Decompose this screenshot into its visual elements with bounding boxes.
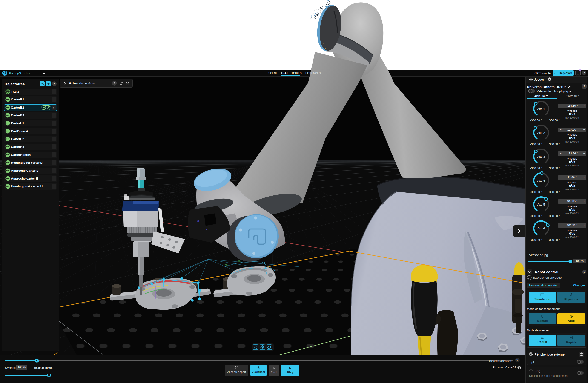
svg-text:Axe 4: Axe 4	[537, 179, 545, 182]
svg-text:Axe 2: Axe 2	[537, 131, 545, 135]
svg-text:Axe 1: Axe 1	[537, 107, 545, 111]
svg-text:A: A	[570, 315, 572, 318]
svg-text:Axe 6: Axe 6	[537, 227, 545, 230]
svg-text:Axe 5: Axe 5	[537, 203, 545, 206]
svg-text:Axe 3: Axe 3	[537, 155, 545, 158]
